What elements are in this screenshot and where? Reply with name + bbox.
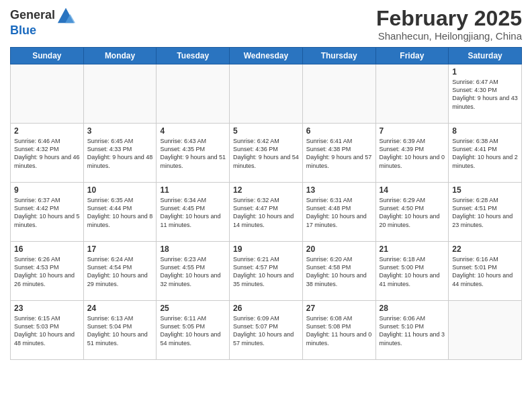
calendar-cell-w1-d4: 6Sunrise: 6:41 AMSunset: 4:38 PMDaylight… — [302, 124, 375, 183]
day-info: Sunrise: 6:42 AMSunset: 4:36 PMDaylight:… — [233, 137, 299, 170]
logo-icon — [56, 5, 75, 24]
calendar-cell-w4-d2: 25Sunrise: 6:11 AMSunset: 5:05 PMDayligh… — [157, 301, 230, 360]
day-info: Sunrise: 6:16 AMSunset: 5:01 PMDaylight:… — [452, 255, 518, 288]
day-info: Sunrise: 6:46 AMSunset: 4:32 PMDaylight:… — [14, 137, 80, 170]
day-info: Sunrise: 6:47 AMSunset: 4:30 PMDaylight:… — [452, 78, 518, 111]
day-number: 23 — [14, 304, 80, 313]
calendar-cell-w2-d3: 12Sunrise: 6:32 AMSunset: 4:47 PMDayligh… — [230, 183, 303, 242]
col-monday: Monday — [83, 48, 157, 64]
col-thursday: Thursday — [302, 48, 375, 64]
day-number: 2 — [14, 126, 80, 136]
day-number: 6 — [306, 126, 372, 136]
day-number: 17 — [87, 244, 153, 254]
col-wednesday: Wednesday — [230, 48, 303, 64]
calendar-cell-w4-d5: 28Sunrise: 6:06 AMSunset: 5:10 PMDayligh… — [375, 301, 449, 360]
day-number: 11 — [160, 185, 226, 195]
calendar-cell-w0-d1 — [83, 64, 157, 124]
day-number: 27 — [306, 304, 372, 313]
day-number: 10 — [87, 185, 153, 195]
calendar-title: February 2025 — [376, 7, 522, 30]
calendar-cell-w2-d0: 9Sunrise: 6:37 AMSunset: 4:42 PMDaylight… — [11, 183, 84, 242]
week-row-1: 2Sunrise: 6:46 AMSunset: 4:32 PMDaylight… — [11, 124, 522, 183]
calendar-table: Sunday Monday Tuesday Wednesday Thursday… — [10, 47, 522, 360]
day-number: 4 — [160, 126, 226, 136]
day-number: 8 — [452, 126, 518, 136]
calendar-cell-w2-d1: 10Sunrise: 6:35 AMSunset: 4:44 PMDayligh… — [83, 183, 157, 242]
day-number: 16 — [14, 244, 80, 254]
calendar-cell-w4-d3: 26Sunrise: 6:09 AMSunset: 5:07 PMDayligh… — [230, 301, 303, 360]
calendar-cell-w3-d6: 22Sunrise: 6:16 AMSunset: 5:01 PMDayligh… — [449, 242, 522, 301]
day-info: Sunrise: 6:39 AMSunset: 4:39 PMDaylight:… — [380, 137, 445, 170]
calendar-cell-w0-d2 — [157, 64, 230, 124]
calendar-cell-w3-d4: 20Sunrise: 6:20 AMSunset: 4:58 PMDayligh… — [302, 242, 375, 301]
day-number: 7 — [380, 126, 445, 136]
day-info: Sunrise: 6:20 AMSunset: 4:58 PMDaylight:… — [306, 255, 372, 288]
calendar-cell-w1-d2: 4Sunrise: 6:43 AMSunset: 4:35 PMDaylight… — [157, 124, 230, 183]
calendar-cell-w0-d6: 1Sunrise: 6:47 AMSunset: 4:30 PMDaylight… — [449, 64, 522, 124]
day-info: Sunrise: 6:37 AMSunset: 4:42 PMDaylight:… — [14, 196, 80, 229]
calendar-cell-w0-d0 — [11, 64, 84, 124]
calendar-cell-w4-d4: 27Sunrise: 6:08 AMSunset: 5:08 PMDayligh… — [302, 301, 375, 360]
calendar-cell-w0-d4 — [302, 64, 375, 124]
day-info: Sunrise: 6:24 AMSunset: 4:54 PMDaylight:… — [87, 255, 153, 288]
day-number: 18 — [160, 244, 226, 254]
day-info: Sunrise: 6:26 AMSunset: 4:53 PMDaylight:… — [14, 255, 80, 288]
header: General Blue February 2025 Shanhecun, He… — [10, 7, 522, 42]
day-info: Sunrise: 6:15 AMSunset: 5:03 PMDaylight:… — [14, 314, 80, 347]
calendar-cell-w1-d0: 2Sunrise: 6:46 AMSunset: 4:32 PMDaylight… — [11, 124, 84, 183]
day-number: 19 — [233, 244, 299, 254]
col-saturday: Saturday — [449, 48, 522, 64]
day-info: Sunrise: 6:35 AMSunset: 4:44 PMDaylight:… — [87, 196, 153, 229]
day-number: 1 — [452, 67, 518, 77]
day-info: Sunrise: 6:34 AMSunset: 4:45 PMDaylight:… — [160, 196, 226, 229]
calendar-cell-w2-d6: 15Sunrise: 6:28 AMSunset: 4:51 PMDayligh… — [449, 183, 522, 242]
week-row-2: 9Sunrise: 6:37 AMSunset: 4:42 PMDaylight… — [11, 183, 522, 242]
day-info: Sunrise: 6:29 AMSunset: 4:50 PMDaylight:… — [380, 196, 445, 229]
calendar-cell-w0-d3 — [230, 64, 303, 124]
day-number: 28 — [380, 304, 445, 313]
col-sunday: Sunday — [11, 48, 84, 64]
calendar-cell-w2-d4: 13Sunrise: 6:31 AMSunset: 4:48 PMDayligh… — [302, 183, 375, 242]
col-friday: Friday — [375, 48, 449, 64]
calendar-cell-w3-d2: 18Sunrise: 6:23 AMSunset: 4:55 PMDayligh… — [157, 242, 230, 301]
calendar-cell-w1-d5: 7Sunrise: 6:39 AMSunset: 4:39 PMDaylight… — [375, 124, 449, 183]
calendar-cell-w3-d5: 21Sunrise: 6:18 AMSunset: 5:00 PMDayligh… — [375, 242, 449, 301]
calendar-cell-w3-d1: 17Sunrise: 6:24 AMSunset: 4:54 PMDayligh… — [83, 242, 157, 301]
day-info: Sunrise: 6:38 AMSunset: 4:41 PMDaylight:… — [452, 137, 518, 170]
day-info: Sunrise: 6:43 AMSunset: 4:35 PMDaylight:… — [160, 137, 226, 170]
calendar-subtitle: Shanhecun, Heilongjiang, China — [376, 30, 522, 42]
logo-general: General — [10, 9, 55, 22]
day-number: 14 — [380, 185, 445, 195]
day-number: 21 — [380, 244, 445, 254]
day-info: Sunrise: 6:18 AMSunset: 5:00 PMDaylight:… — [380, 255, 445, 288]
day-number: 5 — [233, 126, 299, 136]
calendar-cell-w0-d5 — [375, 64, 449, 124]
logo-area: General Blue — [10, 7, 75, 38]
day-info: Sunrise: 6:23 AMSunset: 4:55 PMDaylight:… — [160, 255, 226, 288]
day-number: 9 — [14, 185, 80, 195]
day-number: 13 — [306, 185, 372, 195]
calendar-cell-w1-d6: 8Sunrise: 6:38 AMSunset: 4:41 PMDaylight… — [449, 124, 522, 183]
calendar-cell-w4-d6 — [449, 301, 522, 360]
day-info: Sunrise: 6:45 AMSunset: 4:33 PMDaylight:… — [87, 137, 153, 170]
day-info: Sunrise: 6:32 AMSunset: 4:47 PMDaylight:… — [233, 196, 299, 229]
calendar-cell-w3-d0: 16Sunrise: 6:26 AMSunset: 4:53 PMDayligh… — [11, 242, 84, 301]
day-number: 15 — [452, 185, 518, 195]
day-info: Sunrise: 6:13 AMSunset: 5:04 PMDaylight:… — [87, 314, 153, 347]
calendar-header-row: Sunday Monday Tuesday Wednesday Thursday… — [11, 48, 522, 64]
day-info: Sunrise: 6:28 AMSunset: 4:51 PMDaylight:… — [452, 196, 518, 229]
calendar-cell-w1-d3: 5Sunrise: 6:42 AMSunset: 4:36 PMDaylight… — [230, 124, 303, 183]
day-number: 26 — [233, 304, 299, 313]
day-number: 25 — [160, 304, 226, 313]
day-info: Sunrise: 6:21 AMSunset: 4:57 PMDaylight:… — [233, 255, 299, 288]
day-info: Sunrise: 6:31 AMSunset: 4:48 PMDaylight:… — [306, 196, 372, 229]
day-number: 20 — [306, 244, 372, 254]
day-info: Sunrise: 6:09 AMSunset: 5:07 PMDaylight:… — [233, 314, 299, 347]
col-tuesday: Tuesday — [157, 48, 230, 64]
calendar-cell-w2-d2: 11Sunrise: 6:34 AMSunset: 4:45 PMDayligh… — [157, 183, 230, 242]
day-number: 22 — [452, 244, 518, 254]
calendar-cell-w4-d1: 24Sunrise: 6:13 AMSunset: 5:04 PMDayligh… — [83, 301, 157, 360]
calendar-cell-w1-d1: 3Sunrise: 6:45 AMSunset: 4:33 PMDaylight… — [83, 124, 157, 183]
logo-blue: Blue — [10, 24, 36, 37]
day-number: 3 — [87, 126, 153, 136]
